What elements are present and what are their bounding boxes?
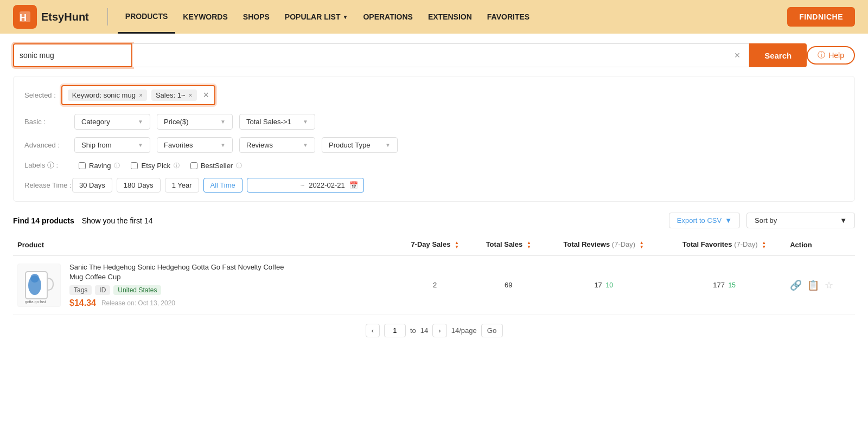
price-dropdown[interactable]: Price($) ▼ (157, 114, 233, 130)
svg-text:H: H (20, 12, 27, 23)
total-sales-dropdown[interactable]: Total Sales->1 ▼ (239, 114, 315, 130)
col-total-sales: Total Sales ▲▼ (473, 235, 544, 255)
product-info: Sanic The Hedgehog Sonic Hedgehog Gotta … (69, 262, 297, 308)
results-count: Find 14 products Show you the first 14 (13, 216, 152, 225)
labels-filter-row: Labels ⓘ : Raving ⓘ Etsy Pick ⓘ BestSell… (24, 161, 844, 170)
label-bestseller[interactable]: BestSeller ⓘ (190, 162, 242, 170)
raving-checkbox[interactable] (79, 162, 86, 169)
total-favorites-sort-icon[interactable]: ▲▼ (762, 241, 766, 249)
favorites-arrow: ▼ (220, 142, 226, 148)
logo[interactable]: H EtsyHunt (13, 5, 89, 29)
sort-by-button[interactable]: Sort by ▼ (746, 213, 855, 228)
table-row: gotta go fast Sanic The Hedgehog Sonic H… (13, 255, 855, 315)
nav-divider (107, 8, 108, 25)
nav-link-products[interactable]: PRODUCTS (118, 0, 176, 34)
page-input[interactable] (384, 324, 406, 337)
col-action: Action (786, 235, 855, 255)
advanced-filter-row: Advanced : Ship from ▼ Favorites ▼ Revie… (24, 137, 844, 153)
selected-tag-keyword-close[interactable]: × (139, 92, 143, 99)
etsy-pick-checkbox[interactable] (131, 162, 138, 169)
label-etsy-pick[interactable]: Etsy Pick ⓘ (131, 162, 179, 170)
product-price-row: $14.34 Release on: Oct 13, 2020 (69, 298, 297, 308)
category-dropdown[interactable]: Category ▼ (74, 114, 150, 130)
prev-page-button[interactable]: ‹ (366, 324, 380, 337)
product-cell: gotta go fast Sanic The Hedgehog Sonic H… (13, 255, 397, 315)
detail-icon[interactable]: 📋 (807, 279, 819, 291)
results-actions: Export to CSV ▼ Sort by ▼ (669, 213, 855, 228)
product-title: Sanic The Hedgehog Sonic Hedgehog Gotta … (69, 262, 297, 282)
product-tag-id: ID (95, 285, 110, 295)
page-info (384, 324, 406, 337)
date-from-input[interactable] (253, 181, 296, 189)
favorite-icon[interactable]: ☆ (825, 279, 833, 291)
selected-tag-keyword: Keyword: sonic mug × (68, 89, 147, 101)
product-release: Release on: Oct 13, 2020 (101, 299, 175, 307)
nav-link-keywords[interactable]: KEYWORDS (175, 0, 235, 34)
next-page-button[interactable]: › (432, 324, 446, 337)
nav-link-extension[interactable]: EXTENSION (420, 0, 480, 34)
pagination-row: ‹ to 14 › 14/page Go (13, 324, 855, 337)
product-tags: Tags ID United States (69, 285, 297, 295)
raving-help-icon: ⓘ (114, 162, 120, 170)
secondary-search-input[interactable] (138, 51, 731, 60)
total-sales-sort-icon[interactable]: ▲▼ (527, 241, 531, 249)
basic-label: Basic : (24, 118, 68, 126)
product-price: $14.34 (69, 298, 96, 308)
reviews-arrow: ▼ (303, 142, 308, 148)
help-button[interactable]: ⓘ Help (807, 46, 855, 65)
selected-label: Selected : (24, 91, 56, 99)
search-clear-button[interactable]: × (731, 50, 744, 61)
svg-point-4 (30, 274, 39, 283)
selected-tag-sales: Sales: 1~ × (151, 89, 197, 101)
date-range-tilde: ~ (301, 181, 305, 189)
ship-from-dropdown[interactable]: Ship from ▼ (74, 137, 150, 153)
export-dropdown-arrow: ▼ (725, 216, 732, 225)
label-raving[interactable]: Raving ⓘ (79, 162, 120, 170)
popular-list-dropdown-arrow: ▼ (343, 14, 348, 20)
nav-link-favorites[interactable]: FAVORITES (480, 0, 537, 34)
selected-box-close[interactable]: × (203, 89, 209, 101)
advanced-label: Advanced : (24, 141, 68, 149)
link-icon[interactable]: 🔗 (790, 279, 802, 291)
bestseller-checkbox[interactable] (190, 162, 197, 169)
main-content: × Search ⓘ Help Selected : Keyword: soni… (0, 34, 868, 347)
selected-tag-sales-close[interactable]: × (188, 92, 192, 99)
reviews-dropdown[interactable]: Reviews ▼ (239, 137, 315, 153)
search-bar-row: × Search ⓘ Help (13, 43, 855, 67)
table-header: Product 7-Day Sales ▲▼ Total Sales ▲▼ To… (13, 235, 855, 255)
search-input[interactable] (20, 51, 126, 60)
nav-link-shops[interactable]: SHOPS (235, 0, 277, 34)
filters-section: Selected : Keyword: sonic mug × Sales: 1… (13, 76, 855, 202)
time-btn-30days[interactable]: 30 Days (72, 178, 112, 193)
basic-filter-row: Basic : Category ▼ Price($) ▼ Total Sale… (24, 114, 844, 130)
etsy-pick-help-icon: ⓘ (174, 162, 180, 170)
time-btn-1year[interactable]: 1 Year (165, 178, 199, 193)
product-tag-tags: Tags (69, 285, 92, 295)
to-label: to (410, 326, 416, 335)
time-btn-180days[interactable]: 180 Days (117, 178, 161, 193)
findniche-button[interactable]: FINDNICHE (787, 7, 855, 27)
release-time-row: Release Time : 30 Days 180 Days 1 Year A… (24, 178, 844, 193)
nav-link-popular-list[interactable]: POPULAR LIST ▼ (277, 0, 356, 34)
total-reviews-sort-icon[interactable]: ▲▼ (640, 241, 644, 249)
product-type-dropdown[interactable]: Product Type ▼ (322, 137, 398, 153)
total-favorites-delta: 15 (729, 281, 736, 289)
col-total-reviews: Total Reviews (7-Day) ▲▼ (544, 235, 663, 255)
price-arrow: ▼ (220, 119, 226, 125)
product-image-svg: gotta go fast (23, 266, 55, 304)
time-btn-alltime[interactable]: All Time (203, 178, 242, 193)
search-button[interactable]: Search (749, 43, 807, 67)
col-product: Product (13, 235, 397, 255)
calendar-icon[interactable]: 📅 (349, 181, 358, 189)
favorites-dropdown[interactable]: Favorites ▼ (157, 137, 233, 153)
nav-link-operations[interactable]: OPERATIONS (355, 0, 420, 34)
product-type-arrow: ▼ (385, 142, 391, 148)
total-sales-arrow: ▼ (303, 119, 308, 125)
7day-sales-sort-icon[interactable]: ▲▼ (455, 241, 459, 249)
help-icon: ⓘ (818, 50, 825, 60)
export-csv-button[interactable]: Export to CSV ▼ (669, 213, 740, 228)
selected-tags-box: Keyword: sonic mug × Sales: 1~ × × (61, 85, 215, 105)
go-button[interactable]: Go (481, 324, 503, 337)
total-reviews-cell: 17 10 (544, 255, 663, 315)
secondary-search-wrapper: × (132, 43, 749, 67)
